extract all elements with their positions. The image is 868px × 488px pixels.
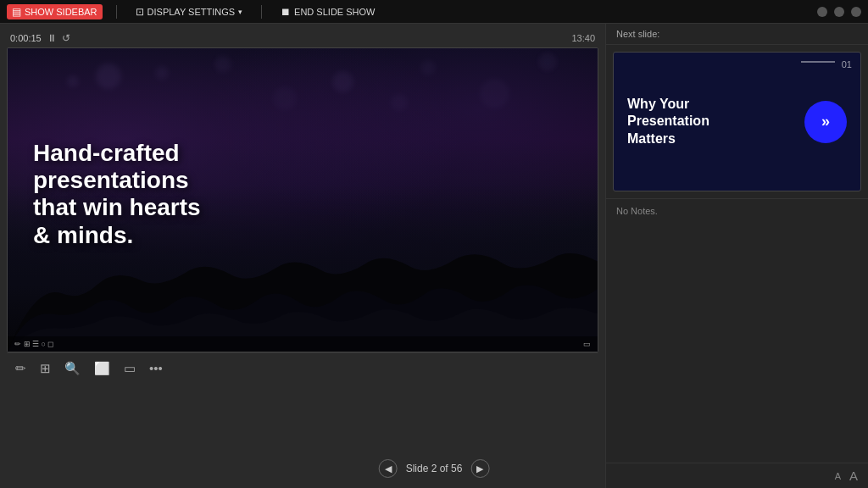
main-content: 0:00:15 ⏸ ↺ 13:40: [0, 24, 868, 488]
window-controls: [817, 7, 861, 17]
reset-button[interactable]: ↺: [62, 32, 70, 44]
toolbar-sep-2: [261, 5, 262, 19]
show-sidebar-label: SHOW SIDEBAR: [25, 7, 97, 17]
more-options-icon[interactable]: •••: [147, 359, 164, 377]
next-slide-chevron-circle: »: [804, 101, 847, 143]
next-slide-preview: 01 Why Your Presentation Matters »: [613, 52, 861, 191]
next-slide-title-line1: Why Your: [627, 95, 709, 113]
next-slide-label: Next slide:: [616, 29, 659, 39]
slide-text-line2: presentations: [33, 167, 189, 193]
display-icon: ⊡: [136, 6, 144, 18]
next-slide-title-line3: Matters: [627, 130, 709, 148]
search-tool-icon[interactable]: 🔍: [63, 359, 82, 378]
close-button[interactable]: [851, 7, 861, 17]
slide-text-line3: that win hearts: [33, 195, 201, 221]
font-decrease-icon[interactable]: A: [835, 471, 841, 481]
slide-overlay-bar: ✏ ⊞ ☰ ○ ◻ ▭: [8, 336, 598, 352]
grid-tool-icon[interactable]: ⊞: [38, 359, 53, 378]
slide-overlay-right: ▭: [583, 340, 591, 348]
next-slide-button[interactable]: ▶: [470, 459, 489, 478]
notes-text: No Notes.: [616, 206, 658, 216]
presenter-tools: A A: [606, 463, 868, 488]
right-panel: Next slide: 01 Why Your Presentation Mat…: [605, 24, 868, 488]
next-slide-title-line2: Presentation: [627, 113, 709, 130]
slide-text-line4: & minds.: [33, 222, 133, 248]
show-sidebar-button[interactable]: ▤ SHOW SIDEBAR: [7, 4, 103, 19]
slide-line-decoration: [801, 61, 835, 63]
chevron-right-icon: »: [821, 113, 830, 130]
end-slide-show-label: END SLIDE SHOW: [294, 7, 375, 17]
prev-slide-button[interactable]: ◀: [379, 459, 398, 478]
slide-canvas: Hand-crafted presentations that win hear…: [7, 47, 598, 352]
slide-overlay-icons: ✏ ⊞ ☰ ○ ◻: [14, 340, 53, 348]
pause-button[interactable]: ⏸: [47, 32, 57, 44]
slide-number: 01: [842, 59, 852, 69]
toolbar-sep-1: [116, 5, 117, 19]
toolbar: ▤ SHOW SIDEBAR ⊡ DISPLAY SETTINGS ▾ ⏹ EN…: [0, 0, 868, 24]
font-increase-icon[interactable]: A: [849, 469, 858, 483]
minimize-button[interactable]: [817, 7, 827, 17]
slide-area: 0:00:15 ⏸ ↺ 13:40: [0, 24, 605, 488]
slide-bottom-toolbar: ✏ ⊞ 🔍 ⬜ ▭ •••: [7, 352, 598, 383]
end-slide-show-button[interactable]: ⏹ END SLIDE SHOW: [275, 4, 380, 19]
display-settings-button[interactable]: ⊡ DISPLAY SETTINGS ▾: [131, 4, 248, 19]
maximize-button[interactable]: [834, 7, 844, 17]
slide-text-line1: Hand-crafted: [33, 140, 180, 166]
monitor-tool-icon[interactable]: ▭: [122, 359, 137, 378]
time-controls: 0:00:15 ⏸ ↺: [10, 32, 70, 44]
slide-topbar: 0:00:15 ⏸ ↺ 13:40: [7, 30, 598, 47]
next-slide-title: Why Your Presentation Matters: [627, 95, 709, 147]
elapsed-time: 0:00:15: [10, 33, 42, 43]
sidebar-icon: ▤: [12, 6, 21, 18]
slide-main-text: Hand-crafted presentations that win hear…: [33, 140, 201, 249]
slide-indicator: Slide 2 of 56: [406, 463, 463, 474]
chevron-down-icon: ▾: [238, 8, 242, 16]
next-slide-header: Next slide:: [606, 24, 868, 45]
screen-tool-icon[interactable]: ⬜: [92, 359, 112, 378]
pen-tool-icon[interactable]: ✏: [14, 359, 28, 378]
notes-area: No Notes.: [606, 198, 868, 463]
slide-navigation: ◀ Slide 2 of 56 ▶: [379, 459, 490, 478]
end-icon: ⏹: [281, 6, 291, 18]
display-settings-label: DISPLAY SETTINGS: [147, 7, 236, 17]
total-duration: 13:40: [571, 33, 595, 43]
